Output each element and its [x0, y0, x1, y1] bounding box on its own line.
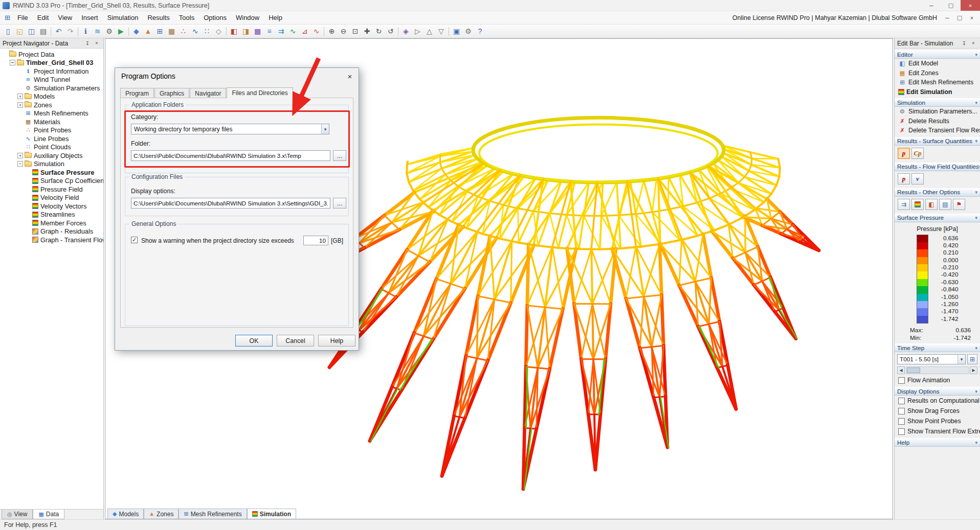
- editbar-edit-simulation[interactable]: Edit Simulation: [895, 87, 980, 97]
- toolbar-auxiliary-objects-button[interactable]: ◇: [213, 26, 225, 37]
- section-other-options[interactable]: Results - Other Options ▾: [895, 188, 980, 197]
- toolbar-run-simulation-button[interactable]: ▶: [115, 26, 127, 37]
- toolbar-new-file-button[interactable]: ▯: [2, 26, 14, 37]
- tree-item-surface-pressure[interactable]: Surface Pressure: [0, 168, 103, 177]
- menu-view[interactable]: View: [53, 11, 77, 24]
- tree-item-point-probes[interactable]: ∴Point Probes: [0, 126, 103, 135]
- checkbox-results-on-computational[interactable]: Results on Computational ...: [895, 396, 980, 406]
- editbar-edit-model[interactable]: ◧Edit Model: [895, 59, 980, 68]
- maximize-button[interactable]: ▢: [941, 0, 961, 11]
- dialog-tab-program[interactable]: Program: [120, 88, 154, 98]
- toolbar-side-view-button[interactable]: △: [424, 26, 435, 37]
- warning-checkbox[interactable]: ✓: [131, 237, 138, 243]
- mdi-restore-button[interactable]: ▢: [953, 14, 966, 21]
- ok-button[interactable]: OK: [235, 335, 273, 347]
- section-simulation[interactable]: Simulation ▾: [895, 98, 980, 107]
- tree-item-project-information[interactable]: ℹProject Information: [0, 67, 103, 76]
- toolbar-surface-pressure-button[interactable]: ◧: [228, 26, 240, 37]
- velocity-field-button[interactable]: v: [911, 173, 924, 185]
- slider-thumb[interactable]: [907, 367, 920, 373]
- menu-tools[interactable]: Tools: [174, 11, 199, 24]
- time-step-select[interactable]: T001 - 5.50 [s] ▾: [897, 354, 966, 364]
- menu-results[interactable]: Results: [143, 11, 174, 24]
- menu-window[interactable]: Window: [231, 11, 264, 24]
- tree-item-line-probes[interactable]: ∿Line Probes: [0, 134, 103, 143]
- menu-edit[interactable]: Edit: [33, 11, 53, 24]
- menu-options[interactable]: Options: [199, 11, 231, 24]
- section-time-step[interactable]: Time Step ▾: [895, 343, 980, 352]
- toolbar-previous-view-button[interactable]: ↺: [385, 26, 396, 37]
- editbar-delete-results[interactable]: ✗Delete Results: [895, 117, 980, 126]
- mdi-close-button[interactable]: ×: [966, 14, 978, 21]
- slider-right-button[interactable]: ▶: [970, 366, 977, 374]
- surface-cp-coefficient-button[interactable]: Cp: [911, 148, 924, 159]
- panel-close-button[interactable]: ×: [969, 39, 977, 47]
- navigator-tab-data[interactable]: ▦Data: [33, 510, 64, 519]
- tree-item-project-data[interactable]: Project Data: [0, 50, 103, 59]
- toolbar-velocity-vectors-button[interactable]: ⇉: [275, 26, 287, 37]
- menu-file[interactable]: File: [13, 11, 33, 24]
- toolbar-zoom-out-button[interactable]: ⊖: [338, 26, 349, 37]
- toolbar-point-clouds-button[interactable]: ∷: [201, 26, 213, 37]
- oo-result-vectors-button[interactable]: ⇉: [898, 199, 910, 210]
- expander-minus-icon[interactable]: −: [17, 161, 23, 167]
- checkbox-show-point-probes[interactable]: Show Point Probes: [895, 416, 980, 426]
- editbar-delete-transient-flow-res[interactable]: ✗Delete Transient Flow Res...: [895, 126, 980, 135]
- toolbar-pressure-field-button[interactable]: ▩: [252, 26, 263, 37]
- tree-item-member-forces[interactable]: Member Forces: [0, 219, 103, 227]
- toolbar-zoom-window-button[interactable]: ⊡: [349, 26, 361, 37]
- toolbar-undo-button[interactable]: ↶: [53, 26, 64, 37]
- mdi-minimize-button[interactable]: ─: [941, 14, 953, 21]
- tree-item-wind-tunnel[interactable]: ≋Wind Tunnel: [0, 76, 103, 84]
- toolbar-display-properties-button[interactable]: ▣: [451, 26, 462, 37]
- toolbar-redo-button[interactable]: ↷: [64, 26, 76, 37]
- toolbar-print-button[interactable]: ▤: [37, 26, 49, 37]
- menu-help[interactable]: Help: [264, 11, 287, 24]
- checkbox-show-drag-forces[interactable]: Show Drag Forces: [895, 406, 980, 416]
- tree-item-simulation[interactable]: −Simulation: [0, 160, 103, 169]
- viewport-tab-mesh-refinements[interactable]: ⊞Mesh Refinements: [179, 509, 247, 519]
- tree-item-zones[interactable]: +Zones: [0, 101, 103, 109]
- time-diagram-button[interactable]: ⊞: [967, 354, 977, 364]
- toolbar-pan-button[interactable]: ✚: [361, 26, 373, 37]
- panel-pin-button[interactable]: ↧: [83, 39, 92, 47]
- toolbar-open-file-button[interactable]: ◱: [14, 26, 26, 37]
- tree-item-mesh-refinements[interactable]: ⊞Mesh Refinements: [0, 109, 103, 118]
- panel-close-button[interactable]: ×: [93, 39, 101, 47]
- tree-item-simulation-parameters[interactable]: ⚙Simulation Parameters: [0, 84, 103, 93]
- toolbar-streamlines-button[interactable]: ∿: [287, 26, 299, 37]
- section-display-options[interactable]: Display Options ▾: [895, 387, 980, 396]
- tree-item-pressure-field[interactable]: Pressure Field: [0, 185, 103, 194]
- tree-item-point-clouds[interactable]: ∷Point Clouds: [0, 143, 103, 152]
- toolbar-graph-residuals-button[interactable]: ∿: [310, 26, 322, 37]
- toolbar-simulation-parameters-button[interactable]: ⚙: [103, 26, 115, 37]
- cancel-button[interactable]: Cancel: [277, 335, 314, 347]
- tree-item-auxiliary-objects[interactable]: +Auxiliary Objects: [0, 151, 103, 160]
- section-help[interactable]: Help ▾: [895, 438, 980, 447]
- tree-item-graph-transient-flow[interactable]: Graph - Transient Flow: [0, 236, 103, 244]
- toolbar-velocity-field-button[interactable]: ≡: [263, 26, 275, 37]
- tree-item-velocity-vectors[interactable]: Velocity Vectors: [0, 202, 103, 211]
- toolbar-mesh-refinements-button[interactable]: ⊞: [154, 26, 166, 37]
- toolbar-models-button[interactable]: ◆: [130, 26, 142, 37]
- toolbar-surface-cp-button[interactable]: ◨: [240, 26, 252, 37]
- slider-track[interactable]: [906, 366, 969, 374]
- toolbar-isometric-view-button[interactable]: ◈: [400, 26, 412, 37]
- display-options-input[interactable]: [131, 198, 330, 209]
- dialog-close-button[interactable]: ×: [342, 68, 358, 84]
- surface-pressure-button[interactable]: p: [898, 148, 910, 159]
- viewport-tab-simulation[interactable]: Simulation: [247, 509, 296, 519]
- oo-shading-button[interactable]: ◧: [925, 199, 938, 210]
- tree-item-streamlines[interactable]: Streamlines: [0, 211, 103, 219]
- pressure-field-button[interactable]: p: [898, 173, 910, 185]
- slider-left-button[interactable]: ◀: [897, 366, 905, 374]
- menu-insert[interactable]: Insert: [77, 11, 103, 24]
- display-options-browse-button[interactable]: ...: [333, 198, 346, 209]
- toolbar-save-button[interactable]: ◫: [26, 26, 37, 37]
- editbar-edit-zones[interactable]: ▦Edit Zones: [895, 68, 980, 78]
- menu-simulation[interactable]: Simulation: [103, 11, 143, 24]
- expander-plus-icon[interactable]: +: [17, 153, 23, 158]
- expander-plus-icon[interactable]: +: [17, 94, 23, 99]
- tree-item-graph-residuals[interactable]: Graph - Residuals: [0, 227, 103, 236]
- viewport-tab-zones[interactable]: ▲Zones: [144, 509, 179, 519]
